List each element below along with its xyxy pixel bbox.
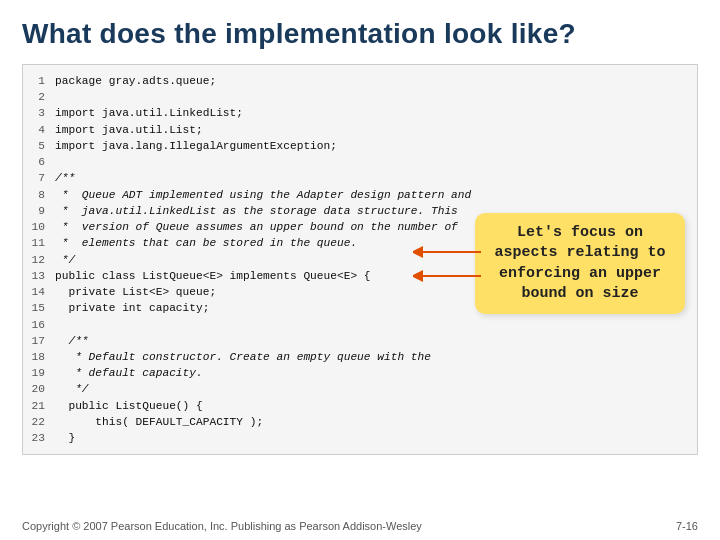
code-line: 19 * default capacity.: [29, 365, 687, 381]
footer-left: Copyright © 2007 Pearson Education, Inc.…: [22, 520, 422, 532]
line-number: 22: [29, 414, 55, 430]
code-line: 5import java.lang.IllegalArgumentExcepti…: [29, 138, 687, 154]
code-line: 6: [29, 154, 687, 170]
line-number: 20: [29, 381, 55, 397]
line-number: 5: [29, 138, 55, 154]
line-text: private List<E> queue;: [55, 284, 216, 300]
arrow-line13: [413, 241, 483, 263]
line-text: this( DEFAULT_CAPACITY );: [55, 414, 263, 430]
footer: Copyright © 2007 Pearson Education, Inc.…: [22, 520, 698, 532]
line-text: import java.util.List;: [55, 122, 203, 138]
line-text: * default capacity.: [55, 365, 203, 381]
line-text: * version of Queue assumes an upper boun…: [55, 219, 458, 235]
slide: What does the implementation look like? …: [0, 0, 720, 540]
line-text: /**: [55, 170, 75, 186]
line-number: 4: [29, 122, 55, 138]
line-text: import java.lang.IllegalArgumentExceptio…: [55, 138, 337, 154]
code-line: 17 /**: [29, 333, 687, 349]
code-line: 7/**: [29, 170, 687, 186]
line-number: 21: [29, 398, 55, 414]
line-number: 11: [29, 235, 55, 251]
line-text: private int capacity;: [55, 300, 209, 316]
line-number: 15: [29, 300, 55, 316]
slide-title: What does the implementation look like?: [22, 18, 698, 50]
line-number: 1: [29, 73, 55, 89]
line-number: 16: [29, 317, 55, 333]
code-line: 21 public ListQueue() {: [29, 398, 687, 414]
code-line: 4import java.util.List;: [29, 122, 687, 138]
line-number: 3: [29, 105, 55, 121]
line-number: 18: [29, 349, 55, 365]
code-line: 1package gray.adts.queue;: [29, 73, 687, 89]
line-number: 7: [29, 170, 55, 186]
line-number: 23: [29, 430, 55, 446]
line-number: 6: [29, 154, 55, 170]
code-line: 8 * Queue ADT implemented using the Adap…: [29, 187, 687, 203]
line-text: * Queue ADT implemented using the Adapte…: [55, 187, 471, 203]
line-number: 14: [29, 284, 55, 300]
code-line: 20 */: [29, 381, 687, 397]
callout-box: Let's focus on aspects relating to enfor…: [475, 213, 685, 314]
line-text: }: [55, 430, 75, 446]
code-line: 16: [29, 317, 687, 333]
line-number: 19: [29, 365, 55, 381]
code-line: 18 * Default constructor. Create an empt…: [29, 349, 687, 365]
code-block: 1package gray.adts.queue;23import java.u…: [22, 64, 698, 455]
footer-right: 7-16: [676, 520, 698, 532]
line-number: 10: [29, 219, 55, 235]
line-number: 8: [29, 187, 55, 203]
line-text: * java.util.LinkedList as the storage da…: [55, 203, 458, 219]
code-line: 2: [29, 89, 687, 105]
line-text: public class ListQueue<E> implements Que…: [55, 268, 371, 284]
line-number: 13: [29, 268, 55, 284]
line-text: * Default constructor. Create an empty q…: [55, 349, 431, 365]
line-text: */: [55, 252, 75, 268]
line-number: 12: [29, 252, 55, 268]
line-text: * elements that can be stored in the que…: [55, 235, 357, 251]
callout-text: Let's focus on aspects relating to enfor…: [494, 224, 665, 302]
line-number: 9: [29, 203, 55, 219]
line-text: package gray.adts.queue;: [55, 73, 216, 89]
line-number: 2: [29, 89, 55, 105]
line-text: */: [55, 381, 89, 397]
line-number: 17: [29, 333, 55, 349]
code-line: 22 this( DEFAULT_CAPACITY );: [29, 414, 687, 430]
line-text: public ListQueue() {: [55, 398, 203, 414]
code-line: 3import java.util.LinkedList;: [29, 105, 687, 121]
code-line: 23 }: [29, 430, 687, 446]
line-text: import java.util.LinkedList;: [55, 105, 243, 121]
arrow-line15: [413, 265, 483, 287]
line-text: /**: [55, 333, 89, 349]
